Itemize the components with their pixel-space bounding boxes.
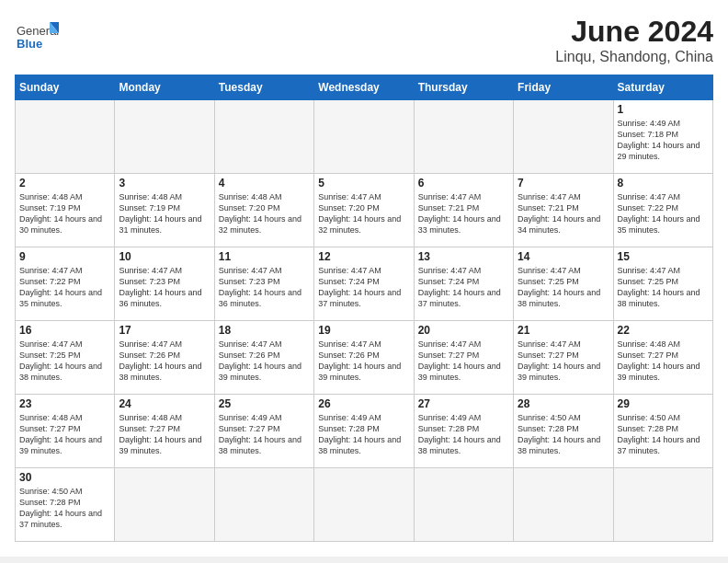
day-number: 21	[518, 324, 609, 337]
calendar-cell: 9Sunrise: 4:47 AM Sunset: 7:22 PM Daylig…	[16, 247, 115, 321]
day-info: Sunrise: 4:47 AM Sunset: 7:25 PM Dayligh…	[618, 265, 709, 310]
day-info: Sunrise: 4:48 AM Sunset: 7:20 PM Dayligh…	[219, 191, 310, 236]
calendar-cell	[514, 468, 613, 542]
day-number: 9	[19, 250, 110, 263]
day-info: Sunrise: 4:49 AM Sunset: 7:27 PM Dayligh…	[219, 412, 310, 457]
day-info: Sunrise: 4:49 AM Sunset: 7:28 PM Dayligh…	[318, 412, 409, 457]
calendar-cell	[514, 100, 613, 174]
calendar-cell: 23Sunrise: 4:48 AM Sunset: 7:27 PM Dayli…	[16, 395, 115, 468]
calendar-cell: 18Sunrise: 4:47 AM Sunset: 7:26 PM Dayli…	[214, 321, 313, 395]
day-number: 10	[119, 250, 210, 263]
calendar-cell	[214, 468, 313, 542]
calendar-cell	[115, 468, 214, 542]
calendar-cell	[16, 100, 115, 174]
weekday-header-sunday: Sunday	[16, 75, 115, 100]
logo: General Blue	[15, 15, 59, 59]
day-info: Sunrise: 4:47 AM Sunset: 7:21 PM Dayligh…	[518, 191, 609, 236]
weekday-header-monday: Monday	[115, 75, 214, 100]
calendar-cell: 13Sunrise: 4:47 AM Sunset: 7:24 PM Dayli…	[414, 247, 513, 321]
day-info: Sunrise: 4:47 AM Sunset: 7:22 PM Dayligh…	[19, 265, 110, 310]
day-number: 25	[219, 397, 310, 410]
calendar-cell: 4Sunrise: 4:48 AM Sunset: 7:20 PM Daylig…	[214, 174, 313, 247]
calendar-cell: 17Sunrise: 4:47 AM Sunset: 7:26 PM Dayli…	[115, 321, 214, 395]
day-number: 19	[318, 324, 409, 337]
calendar-cell: 28Sunrise: 4:50 AM Sunset: 7:28 PM Dayli…	[514, 395, 613, 468]
week-row-2: 2Sunrise: 4:48 AM Sunset: 7:19 PM Daylig…	[16, 174, 713, 247]
calendar-cell: 2Sunrise: 4:48 AM Sunset: 7:19 PM Daylig…	[16, 174, 115, 247]
day-number: 30	[19, 471, 110, 484]
calendar-cell: 22Sunrise: 4:48 AM Sunset: 7:27 PM Dayli…	[613, 321, 712, 395]
day-number: 6	[418, 177, 509, 190]
day-number: 24	[119, 397, 210, 410]
calendar-cell: 7Sunrise: 4:47 AM Sunset: 7:21 PM Daylig…	[514, 174, 613, 247]
day-number: 15	[618, 250, 709, 263]
day-info: Sunrise: 4:47 AM Sunset: 7:24 PM Dayligh…	[418, 265, 509, 310]
calendar-cell	[314, 100, 414, 174]
calendar-cell	[115, 100, 214, 174]
day-info: Sunrise: 4:48 AM Sunset: 7:27 PM Dayligh…	[19, 412, 110, 457]
day-number: 20	[418, 324, 509, 337]
day-info: Sunrise: 4:47 AM Sunset: 7:22 PM Dayligh…	[618, 191, 709, 236]
day-info: Sunrise: 4:48 AM Sunset: 7:19 PM Dayligh…	[119, 191, 210, 236]
calendar-cell: 16Sunrise: 4:47 AM Sunset: 7:25 PM Dayli…	[16, 321, 115, 395]
day-number: 12	[318, 250, 409, 263]
calendar-cell: 27Sunrise: 4:49 AM Sunset: 7:28 PM Dayli…	[414, 395, 513, 468]
calendar-cell: 14Sunrise: 4:47 AM Sunset: 7:25 PM Dayli…	[514, 247, 613, 321]
calendar-table: SundayMondayTuesdayWednesdayThursdayFrid…	[15, 75, 713, 542]
weekday-header-saturday: Saturday	[613, 75, 712, 100]
calendar-cell: 6Sunrise: 4:47 AM Sunset: 7:21 PM Daylig…	[414, 174, 513, 247]
week-row-5: 23Sunrise: 4:48 AM Sunset: 7:27 PM Dayli…	[16, 395, 713, 468]
day-info: Sunrise: 4:49 AM Sunset: 7:28 PM Dayligh…	[418, 412, 509, 457]
calendar-cell: 25Sunrise: 4:49 AM Sunset: 7:27 PM Dayli…	[214, 395, 313, 468]
calendar-cell	[414, 468, 513, 542]
page: General Blue June 2024 Linqu, Shandong, …	[0, 0, 728, 557]
calendar-cell: 30Sunrise: 4:50 AM Sunset: 7:28 PM Dayli…	[16, 468, 115, 542]
day-info: Sunrise: 4:50 AM Sunset: 7:28 PM Dayligh…	[518, 412, 609, 457]
calendar-cell	[414, 100, 513, 174]
calendar-cell: 26Sunrise: 4:49 AM Sunset: 7:28 PM Dayli…	[314, 395, 414, 468]
calendar-cell: 19Sunrise: 4:47 AM Sunset: 7:26 PM Dayli…	[314, 321, 414, 395]
day-info: Sunrise: 4:48 AM Sunset: 7:19 PM Dayligh…	[19, 191, 110, 236]
day-info: Sunrise: 4:47 AM Sunset: 7:23 PM Dayligh…	[219, 265, 310, 310]
day-info: Sunrise: 4:50 AM Sunset: 7:28 PM Dayligh…	[618, 412, 709, 457]
day-info: Sunrise: 4:47 AM Sunset: 7:27 PM Dayligh…	[418, 339, 509, 384]
week-row-1: 1Sunrise: 4:49 AM Sunset: 7:18 PM Daylig…	[16, 100, 713, 174]
week-row-4: 16Sunrise: 4:47 AM Sunset: 7:25 PM Dayli…	[16, 321, 713, 395]
day-info: Sunrise: 4:47 AM Sunset: 7:21 PM Dayligh…	[418, 191, 509, 236]
day-number: 1	[618, 103, 709, 116]
calendar-cell: 29Sunrise: 4:50 AM Sunset: 7:28 PM Dayli…	[613, 395, 712, 468]
day-info: Sunrise: 4:47 AM Sunset: 7:24 PM Dayligh…	[318, 265, 409, 310]
weekday-header-thursday: Thursday	[414, 75, 513, 100]
day-info: Sunrise: 4:47 AM Sunset: 7:26 PM Dayligh…	[219, 339, 310, 384]
day-number: 8	[618, 177, 709, 190]
week-row-6: 30Sunrise: 4:50 AM Sunset: 7:28 PM Dayli…	[16, 468, 713, 542]
day-number: 5	[318, 177, 409, 190]
calendar-cell	[613, 468, 712, 542]
day-info: Sunrise: 4:47 AM Sunset: 7:26 PM Dayligh…	[119, 339, 210, 384]
day-number: 14	[518, 250, 609, 263]
calendar-cell: 8Sunrise: 4:47 AM Sunset: 7:22 PM Daylig…	[613, 174, 712, 247]
calendar-cell: 5Sunrise: 4:47 AM Sunset: 7:20 PM Daylig…	[314, 174, 414, 247]
calendar-cell	[314, 468, 414, 542]
calendar-cell: 1Sunrise: 4:49 AM Sunset: 7:18 PM Daylig…	[613, 100, 712, 174]
day-info: Sunrise: 4:47 AM Sunset: 7:26 PM Dayligh…	[318, 339, 409, 384]
weekday-header-row: SundayMondayTuesdayWednesdayThursdayFrid…	[16, 75, 713, 100]
day-number: 16	[19, 324, 110, 337]
calendar-cell: 12Sunrise: 4:47 AM Sunset: 7:24 PM Dayli…	[314, 247, 414, 321]
day-info: Sunrise: 4:50 AM Sunset: 7:28 PM Dayligh…	[19, 486, 110, 531]
day-info: Sunrise: 4:47 AM Sunset: 7:23 PM Dayligh…	[119, 265, 210, 310]
day-number: 11	[219, 250, 310, 263]
day-number: 3	[119, 177, 210, 190]
calendar-subtitle: Linqu, Shandong, China	[555, 49, 713, 65]
day-number: 4	[219, 177, 310, 190]
calendar-cell: 3Sunrise: 4:48 AM Sunset: 7:19 PM Daylig…	[115, 174, 214, 247]
week-row-3: 9Sunrise: 4:47 AM Sunset: 7:22 PM Daylig…	[16, 247, 713, 321]
day-info: Sunrise: 4:49 AM Sunset: 7:18 PM Dayligh…	[618, 118, 709, 163]
day-number: 22	[618, 324, 709, 337]
weekday-header-tuesday: Tuesday	[214, 75, 313, 100]
day-number: 17	[119, 324, 210, 337]
calendar-cell: 21Sunrise: 4:47 AM Sunset: 7:27 PM Dayli…	[514, 321, 613, 395]
logo-icon: General Blue	[15, 15, 59, 59]
calendar-cell: 10Sunrise: 4:47 AM Sunset: 7:23 PM Dayli…	[115, 247, 214, 321]
day-number: 23	[19, 397, 110, 410]
